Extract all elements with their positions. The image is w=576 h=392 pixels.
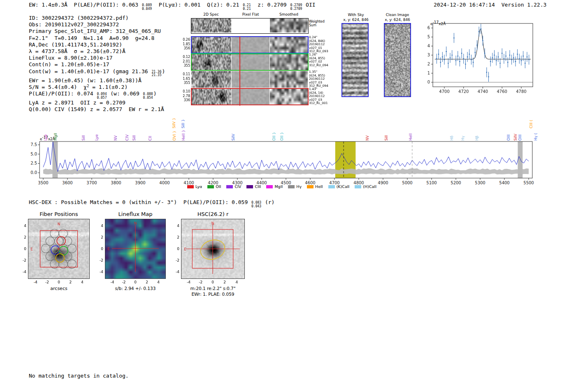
- zoom-x-tick-label: 4720: [458, 89, 469, 94]
- text-segment: ID: 3002294372 (3002294372.pdf): [29, 15, 129, 21]
- footer-line-1: No matching targets in catalog.: [29, 373, 129, 379]
- text-segment: z: 0.2709: [251, 2, 290, 8]
- text-segment: Obs: 20190112v027_3002294372: [29, 21, 119, 28]
- info-line: Obs: 20190112v027_3002294372: [29, 21, 165, 28]
- cutout-y-tick-label: 2: [19, 235, 26, 239]
- spectrum-x-tick-label: 5300: [475, 181, 485, 185]
- text-segment: EW: 1.4±0.3Å P(LAE)/P(OII): 0.063: [29, 2, 142, 8]
- stacked-fraction: 0.210.21: [243, 4, 251, 11]
- cutout-x-tick-label: -2: [196, 280, 206, 284]
- text-segment: Cont(w) = 1.40(±0.01)e-17 (gmag 21.36: [29, 68, 151, 74]
- row-left-label: 355: [181, 81, 190, 86]
- row-left-label: 355: [181, 64, 190, 68]
- lineflux-map-title: Lineflux Map: [105, 211, 166, 217]
- cutout-y-tick-label: 4: [95, 224, 103, 228]
- row-border: [191, 53, 309, 71]
- info-line: Primary Spec_Slot_IFU_AMP: 312_045_065_R…: [29, 28, 165, 35]
- fraction-bottom: 0.043: [251, 205, 261, 209]
- withsky-border: [341, 23, 369, 97]
- compass-north: N: [134, 221, 137, 225]
- fraction-bottom: 0.21: [243, 7, 251, 11]
- text-segment: (w: 0.069: [107, 90, 142, 97]
- text-segment: F=2.1" T=0.149 N=1.14 A=0.90 g=24.8: [29, 35, 154, 41]
- fiber-circle: [59, 244, 67, 253]
- spectrum-y-tick-label: 7.5: [30, 142, 37, 147]
- info-line: ID: 3002294372 (3002294372.pdf): [29, 15, 165, 21]
- info-line: λ = 4737.58Å σ = 2.36(±0.72)Å: [29, 48, 165, 55]
- row-left-labels: 0.122.01355: [181, 55, 190, 68]
- hsc-caption-1: m:20.1 re:2.2" s:0.7": [171, 286, 255, 291]
- header-summary-line: EW: 1.4±0.3Å P(LAE)/P(OII): 0.063 0.0890…: [29, 2, 316, 11]
- emission-line-label: CIII (: [530, 120, 533, 128]
- fiber-xaxis-label: arcsecs: [28, 286, 90, 291]
- fraction-bottom: 0.057: [97, 96, 107, 100]
- cutout-x-tick-label: 0: [208, 280, 218, 284]
- cutout-y-tick-label: -4: [95, 270, 103, 274]
- zoom-y-tick-label: 4: [427, 44, 430, 48]
- info-line: P(LAE)/P(OII): 0.074 0.0940.057 (w: 0.06…: [29, 90, 165, 100]
- row-left-label: 0.11: [181, 72, 190, 77]
- stacked-fraction: 21.3621.35: [151, 70, 161, 77]
- row-right-labels: 1.26"(624, 855)v027_02312_RU_094: [309, 53, 330, 67]
- cutout-x-tick-label: 4: [77, 280, 87, 284]
- row-left-label: 0.12: [181, 55, 190, 60]
- cutout-y-tick-label: -2: [172, 258, 179, 262]
- cutout-y-tick-label: -2: [19, 258, 26, 262]
- zoom-y-tick-label: 1: [427, 71, 430, 75]
- lineflux-overlay: NE: [105, 219, 166, 279]
- header-meta: 2024-12-20 16:47:14Version 1.22.3: [434, 2, 546, 8]
- emission-line-label: SiIV }: [172, 118, 176, 128]
- info-line: LineFlux = 8.90(±2.10)e-17: [29, 55, 165, 61]
- spec2d-col-title-1: 2D Spec: [193, 12, 230, 16]
- row-left-labels: 0.111.65355: [181, 72, 190, 86]
- weighted-sum-label-line1: Weighted: [309, 20, 328, 23]
- compass-north: N: [58, 222, 60, 226]
- emission-line-label: OII }: [280, 132, 284, 141]
- spectrum-x-tick-label: 4800: [353, 181, 364, 185]
- emission-line-label: OVI }: [173, 131, 177, 141]
- info-line: EWr = 1.90(±0.45) (w: 1.60(±0.38))Å: [29, 77, 165, 84]
- spectrum-x-tick-label: 4100: [183, 181, 194, 185]
- report-version: Version 1.22.3: [502, 2, 547, 8]
- row-border: [191, 88, 309, 105]
- emission-line-label: HeII }: [182, 130, 186, 141]
- compass-east: E: [30, 247, 33, 251]
- fiber-circle: [46, 237, 54, 246]
- zoom-x-tick-label: 4700: [439, 89, 449, 94]
- cutout-y-tick-label: 0: [19, 247, 26, 251]
- row-left-label: 2.78: [181, 94, 190, 99]
- full-spectrum-plot: 3500360037003800390040004100420043004400…: [25, 140, 539, 191]
- info-line: F=2.1" T=0.149 N=1.14 A=0.90 g=24.8: [29, 35, 165, 42]
- row-left-label: 356: [181, 46, 190, 51]
- hsc-caption-2: EWr: 1. PLAE: 0.059: [171, 292, 255, 297]
- stacked-fraction: 0.0940.057: [97, 93, 107, 100]
- text-segment: EWr = 1.90(±0.45) (w: 1.60(±0.38))Å: [29, 77, 142, 84]
- elixer-report-page: EW: 1.4±0.3Å P(LAE)/P(OII): 0.063 0.0890…: [0, 0, 576, 392]
- cutout-y-tick-label: 4: [172, 224, 179, 228]
- row-right-labels: 1.35"(624, 855)20190112v027_03312_RU_094: [309, 70, 330, 88]
- fiber-circle: [42, 244, 50, 253]
- cutout-x-tick-label: -2: [42, 280, 52, 284]
- text-segment: (r): [262, 199, 274, 205]
- cutout-x-tick-label: 4: [232, 280, 242, 284]
- info-line: Cont(w) = 1.40(±0.01)e-17 (gmag 21.36 21…: [29, 68, 165, 77]
- withsky-title: With Sky: [337, 13, 374, 17]
- zoom-x-tick-label: 4780: [516, 89, 526, 94]
- spectrum-y-tick-label: 0.0: [30, 170, 37, 175]
- row-right-label: 312_RU_094: [309, 64, 330, 67]
- cutout-y-tick-label: 0: [172, 247, 179, 251]
- cutout-x-tick-label: 4: [153, 280, 163, 284]
- pixelflat-red-line: [239, 37, 240, 106]
- stacked-fraction: 0.0890.049: [142, 4, 152, 11]
- row-left-labels: 0.102.78336: [181, 90, 190, 103]
- zoom-y-tick-label: 6: [427, 26, 430, 30]
- text-segment: P(LAE)/P(OII): 0.074: [29, 90, 96, 97]
- text-segment: OII: [302, 2, 315, 8]
- spectrum-x-tick-label: 5200: [451, 181, 461, 185]
- zoom-x-tick-label: 4740: [478, 89, 488, 94]
- spectrum-x-tick-label: 4300: [232, 181, 242, 185]
- cutout-y-tick-label: -4: [19, 270, 26, 274]
- stacked-fraction: 0.27090.2709: [290, 4, 302, 11]
- zoom-y-tick-label: 5: [427, 35, 430, 39]
- fiber-2dspec-image: [191, 71, 231, 88]
